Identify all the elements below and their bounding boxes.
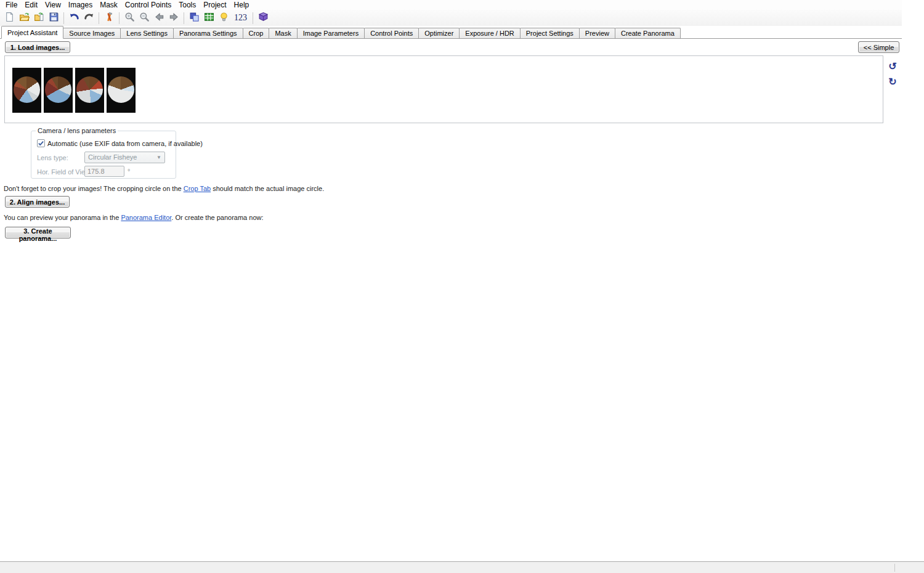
project-assistant-page: 1. Load images... << Simple ↺ ↻ Camera /… <box>0 39 924 561</box>
crop-reminder-note: Don't forget to crop your images! The cr… <box>4 185 324 192</box>
fast-preview-icon <box>189 12 200 25</box>
open-project-button[interactable] <box>17 11 31 25</box>
tab-control-points[interactable]: Control Points <box>364 28 419 38</box>
toolbar-separator <box>63 12 64 24</box>
image-thumbnails-panel[interactable] <box>4 55 883 123</box>
chevron-down-icon: ▼ <box>156 152 161 163</box>
group-title: Camera / lens parameters <box>36 127 118 134</box>
crop-tab-link[interactable]: Crop Tab <box>184 185 211 192</box>
save-project-button[interactable] <box>46 11 61 25</box>
align-images-button[interactable]: 2. Align images... <box>5 196 70 208</box>
degree-unit-label: ° <box>128 168 130 175</box>
toolbar-separator <box>119 12 120 24</box>
fast-preview-button[interactable] <box>187 11 201 25</box>
automatic-exif-checkbox[interactable] <box>37 139 45 147</box>
show-numbers-button[interactable]: 123 <box>231 13 250 23</box>
rotate-right-icon[interactable]: ↻ <box>887 76 898 87</box>
menu-file[interactable]: File <box>2 1 21 10</box>
show-grid-button[interactable] <box>201 11 216 25</box>
new-project-button[interactable] <box>2 11 17 25</box>
fisheye-photo <box>108 76 134 103</box>
hfov-label: Hor. Field of View: <box>37 168 92 176</box>
menu-mask[interactable]: Mask <box>96 1 121 10</box>
menu-bar: File Edit View Images Mask Control Point… <box>0 0 902 10</box>
lens-type-label: Lens type: <box>37 154 68 161</box>
add-images-icon <box>34 12 44 25</box>
fisheye-photo <box>45 76 71 103</box>
hfov-input[interactable] <box>84 166 124 177</box>
open-project-icon <box>19 12 30 25</box>
rotate-left-icon[interactable]: ↺ <box>887 61 898 72</box>
previous-image-button[interactable] <box>152 11 166 25</box>
tab-image-parameters[interactable]: Image Parameters <box>297 28 365 38</box>
toolbar-separator <box>99 12 99 24</box>
tab-optimizer[interactable]: Optimizer <box>418 28 460 38</box>
undo-icon <box>69 12 79 25</box>
tab-preview[interactable]: Preview <box>579 28 615 38</box>
checkmark-icon <box>38 140 44 147</box>
preview-window-button[interactable] <box>216 11 231 25</box>
arrow-right-icon <box>169 12 179 25</box>
crop-note-text: should match the actual image circle. <box>211 185 324 192</box>
arrow-left-icon <box>154 12 164 25</box>
grid-table-icon <box>204 12 214 25</box>
zoom-out-icon <box>139 12 150 25</box>
menu-edit[interactable]: Edit <box>21 1 41 10</box>
zoom-out-button[interactable] <box>137 11 152 25</box>
camera-lens-parameters-group: Camera / lens parameters Automatic (use … <box>31 131 176 179</box>
menu-control-points[interactable]: Control Points <box>121 1 175 10</box>
tab-mask[interactable]: Mask <box>269 28 297 38</box>
fisheye-photo <box>14 76 40 103</box>
preview-note-text: You can preview your panorama in the <box>4 214 121 221</box>
undo-button[interactable] <box>67 11 81 25</box>
toolbar-separator <box>253 12 253 24</box>
menu-images[interactable]: Images <box>65 1 96 10</box>
tab-exposure-hdr[interactable]: Exposure / HDR <box>459 28 520 38</box>
lightbulb-icon <box>219 12 229 25</box>
tab-bar: Project Assistant Source Images Lens Set… <box>0 26 902 39</box>
panorama-editor-link[interactable]: Panorama Editor <box>121 214 171 221</box>
create-panorama-button[interactable]: 3. Create panorama... <box>5 227 71 238</box>
tab-crop[interactable]: Crop <box>243 28 270 38</box>
tab-lens-settings[interactable]: Lens Settings <box>120 28 174 38</box>
toolbar: 123 <box>0 10 902 26</box>
menu-help[interactable]: Help <box>230 1 253 10</box>
menu-project[interactable]: Project <box>200 1 230 10</box>
image-thumbnail-3[interactable] <box>75 68 104 113</box>
tab-project-assistant[interactable]: Project Assistant <box>1 26 63 39</box>
redo-button[interactable] <box>81 11 96 25</box>
toolbar-separator <box>184 12 184 24</box>
new-project-icon <box>4 12 15 25</box>
preferences-tools-icon <box>104 12 115 25</box>
tab-panorama-settings[interactable]: Panorama Settings <box>173 28 243 38</box>
preview-note-text: . Or create the panorama now: <box>171 214 263 221</box>
image-thumbnail-2[interactable] <box>44 68 73 113</box>
tab-project-settings[interactable]: Project Settings <box>520 28 580 38</box>
automatic-exif-label[interactable]: Automatic (use EXIF data from camera, if… <box>47 140 203 147</box>
help-book-icon <box>258 12 269 25</box>
tab-source-images[interactable]: Source Images <box>63 28 121 38</box>
tab-create-panorama[interactable]: Create Panorama <box>615 28 681 38</box>
preferences-button[interactable] <box>102 11 116 25</box>
help-button[interactable] <box>256 11 270 25</box>
next-image-button[interactable] <box>166 11 181 25</box>
redo-icon <box>84 12 94 25</box>
menu-tools[interactable]: Tools <box>175 1 200 10</box>
save-project-icon <box>49 12 59 25</box>
menu-view[interactable]: View <box>41 1 65 10</box>
fisheye-photo <box>76 76 103 103</box>
preview-note: You can preview your panorama in the Pan… <box>4 214 264 221</box>
hugin-window: File Edit View Images Mask Control Point… <box>0 0 924 573</box>
status-bar <box>0 561 924 573</box>
load-images-button[interactable]: 1. Load images... <box>5 41 70 53</box>
simple-mode-button[interactable]: << Simple <box>858 41 899 53</box>
crop-note-text: Don't forget to crop your images! The cr… <box>4 185 184 192</box>
statusbar-divider <box>894 564 895 572</box>
image-thumbnail-4[interactable] <box>107 68 136 113</box>
zoom-in-button[interactable] <box>122 11 137 25</box>
lens-type-dropdown[interactable]: Circular Fisheye ▼ <box>84 152 165 163</box>
lens-type-value: Circular Fisheye <box>88 153 137 161</box>
add-images-button[interactable] <box>31 11 46 25</box>
zoom-in-icon <box>124 12 135 25</box>
image-thumbnail-1[interactable] <box>12 68 41 113</box>
